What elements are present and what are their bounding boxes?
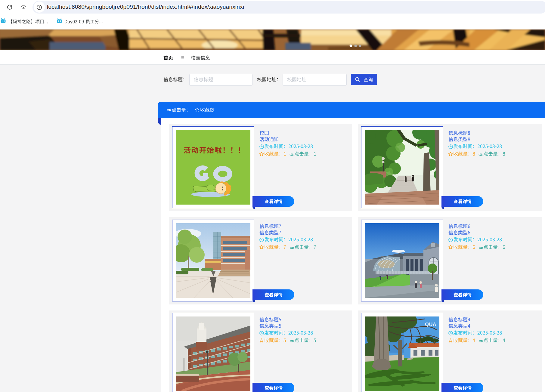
svg-text:QUA: QUA: [425, 322, 436, 327]
